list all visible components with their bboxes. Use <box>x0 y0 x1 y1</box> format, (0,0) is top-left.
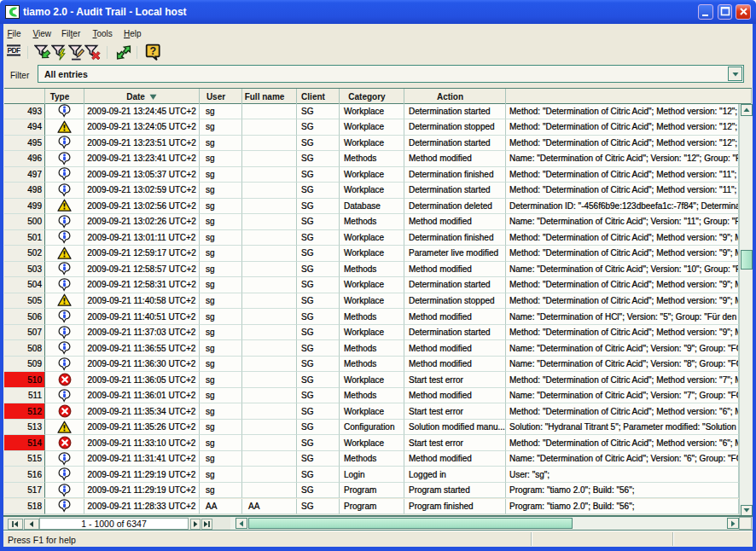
svg-text:PDF: PDF <box>7 46 20 55</box>
svg-text:?: ? <box>149 45 156 57</box>
